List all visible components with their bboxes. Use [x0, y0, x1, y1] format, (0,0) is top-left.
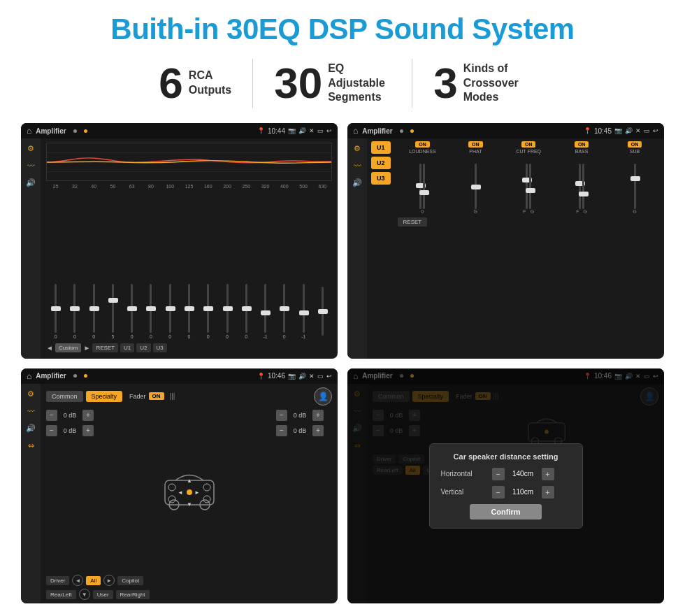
- wave-icon[interactable]: 〰: [27, 162, 35, 170]
- db-plus-3[interactable]: +: [312, 410, 324, 421]
- vol-sidebar-icon-3[interactable]: 🔊: [26, 424, 36, 433]
- vol-sidebar-icon-2[interactable]: 🔊: [352, 178, 362, 187]
- time-3: 10:46: [268, 372, 285, 380]
- dialog-title: Car speaker distance setting: [441, 452, 571, 461]
- horizontal-minus[interactable]: −: [492, 468, 505, 480]
- home-icon-1[interactable]: ⌂: [27, 126, 31, 136]
- reset-btn-crossover[interactable]: RESET: [398, 217, 428, 227]
- eq-slider-13[interactable]: -1: [294, 284, 312, 340]
- home-icon-3[interactable]: ⌂: [27, 371, 31, 381]
- status-left-2: ⌂ Amplifier: [353, 126, 414, 136]
- confirm-button[interactable]: Confirm: [470, 504, 541, 520]
- loudness-on: ON: [415, 141, 430, 148]
- back-icon-2[interactable]: ↩: [653, 127, 658, 134]
- u1-btn[interactable]: U1: [371, 141, 391, 154]
- prev-preset-btn[interactable]: ◄: [46, 344, 53, 352]
- fader-bottom-bar-2: RearLeft ▼ User RearRight: [46, 589, 332, 600]
- wave-icon-3[interactable]: 〰: [27, 407, 35, 415]
- down-arrow-circle[interactable]: ▼: [79, 589, 90, 600]
- eq-slider-7[interactable]: 0: [180, 284, 199, 340]
- eq-slider-9[interactable]: 0: [217, 284, 236, 340]
- db-minus-1[interactable]: −: [46, 410, 57, 421]
- all-btn[interactable]: All: [86, 576, 101, 585]
- eq-filter-icon-2[interactable]: ⚙: [354, 144, 361, 153]
- back-icon-3[interactable]: ↩: [326, 373, 332, 380]
- eq-filter-icon[interactable]: ⚙: [27, 144, 34, 153]
- eq-filter-icon-3[interactable]: ⚙: [27, 389, 34, 399]
- eq-slider-14[interactable]: [313, 284, 332, 340]
- screens-grid: ⌂ Amplifier 📍 10:44 📷 🔊 ✕ ▭ ↩ ⚙: [21, 123, 664, 603]
- db-plus-1[interactable]: +: [82, 410, 94, 421]
- rect-icon-2: ▭: [644, 127, 650, 134]
- cutfreq-slider-2[interactable]: [529, 164, 531, 209]
- user-btn[interactable]: User: [93, 590, 113, 599]
- fader-main: Common Specialty Fader ON ||| 👤 − 0 dB +: [41, 384, 338, 604]
- eq-slider-3[interactable]: 5: [103, 284, 122, 340]
- rear-right-btn[interactable]: RearRight: [116, 590, 150, 599]
- eq-slider-0[interactable]: 0: [46, 284, 65, 340]
- page-container: Buith-in 30EQ DSP Sound System 6 RCAOutp…: [0, 0, 685, 616]
- features-row: 6 RCAOutputs 30 EQ AdjustableSegments 3 …: [21, 59, 664, 108]
- vol-icon-2: 🔊: [625, 127, 633, 134]
- u2-btn-eq[interactable]: U2: [136, 343, 150, 352]
- cutfreq-label: CUT FREQ: [516, 149, 541, 154]
- freq-125: 125: [180, 184, 199, 189]
- arrows-icon-3[interactable]: ⇔: [28, 441, 34, 450]
- left-arrow-circle[interactable]: ◄: [72, 575, 83, 586]
- eq-slider-12[interactable]: 0: [275, 284, 294, 340]
- bass-slider-1[interactable]: [579, 164, 581, 209]
- db-plus-4[interactable]: +: [312, 425, 324, 436]
- freq-32: 32: [65, 184, 84, 189]
- u1-btn-eq[interactable]: U1: [120, 343, 134, 352]
- eq-slider-5[interactable]: 0: [141, 284, 160, 340]
- reset-btn-eq[interactable]: RESET: [92, 343, 118, 352]
- eq-slider-10[interactable]: 0: [237, 284, 256, 340]
- back-icon-1[interactable]: ↩: [326, 127, 332, 134]
- fader-grid: − 0 dB + − 0 dB +: [46, 410, 332, 573]
- vertical-minus[interactable]: −: [492, 486, 505, 499]
- cutfreq-slider-1[interactable]: [526, 164, 528, 209]
- rear-left-btn[interactable]: RearLeft: [46, 590, 76, 599]
- horizontal-plus[interactable]: +: [542, 468, 554, 480]
- wave-icon-2[interactable]: 〰: [354, 162, 361, 170]
- u3-btn-eq[interactable]: U3: [153, 343, 167, 352]
- status-right-1: 📍 10:44 📷 🔊 ✕ ▭ ↩: [257, 127, 332, 135]
- db-minus-3[interactable]: −: [276, 410, 287, 421]
- eq-slider-6[interactable]: 0: [161, 284, 180, 340]
- common-tab[interactable]: Common: [46, 391, 83, 402]
- fader-on-badge: ON: [149, 392, 164, 400]
- home-icon-2[interactable]: ⌂: [353, 126, 358, 136]
- loudness-slider-2[interactable]: [423, 164, 425, 209]
- right-arrow-circle[interactable]: ►: [103, 575, 115, 586]
- db-control-4: − 0 dB +: [276, 425, 332, 436]
- eq-slider-4[interactable]: 0: [122, 284, 141, 340]
- phat-slider-1[interactable]: [475, 164, 477, 209]
- custom-btn[interactable]: Custom: [55, 343, 82, 352]
- db-plus-2[interactable]: +: [82, 425, 94, 436]
- loudness-slider-1[interactable]: [419, 164, 421, 209]
- db-control-1: − 0 dB +: [46, 410, 102, 421]
- bass-slider-2[interactable]: [582, 164, 584, 209]
- eq-slider-2[interactable]: 0: [85, 284, 103, 340]
- eq-slider-8[interactable]: 0: [199, 284, 217, 340]
- eq-curve-svg: [47, 143, 331, 180]
- db-minus-2[interactable]: −: [46, 425, 57, 436]
- u3-btn[interactable]: U3: [371, 172, 391, 185]
- horizontal-stepper: − 140cm +: [492, 468, 554, 480]
- vol-sidebar-icon[interactable]: 🔊: [26, 178, 36, 187]
- app-title-2: Amplifier: [362, 127, 392, 135]
- specialty-tab[interactable]: Specialty: [86, 391, 123, 402]
- sub-slider-1[interactable]: [634, 164, 636, 209]
- feature-crossover-number: 3: [433, 62, 457, 105]
- vertical-plus[interactable]: +: [542, 486, 554, 499]
- db-minus-4[interactable]: −: [276, 425, 287, 436]
- eq-slider-11[interactable]: -1: [256, 284, 275, 340]
- person-icon-3[interactable]: 👤: [314, 387, 332, 406]
- eq-slider-1[interactable]: 0: [65, 284, 84, 340]
- driver-btn[interactable]: Driver: [46, 576, 69, 585]
- copilot-btn[interactable]: Copilot: [117, 576, 143, 585]
- car-diagram-svg: ▲ ▼ ◄ ►: [154, 463, 224, 519]
- horizontal-label: Horizontal: [441, 470, 486, 478]
- u2-btn[interactable]: U2: [371, 157, 391, 169]
- next-preset-btn[interactable]: ►: [83, 344, 90, 352]
